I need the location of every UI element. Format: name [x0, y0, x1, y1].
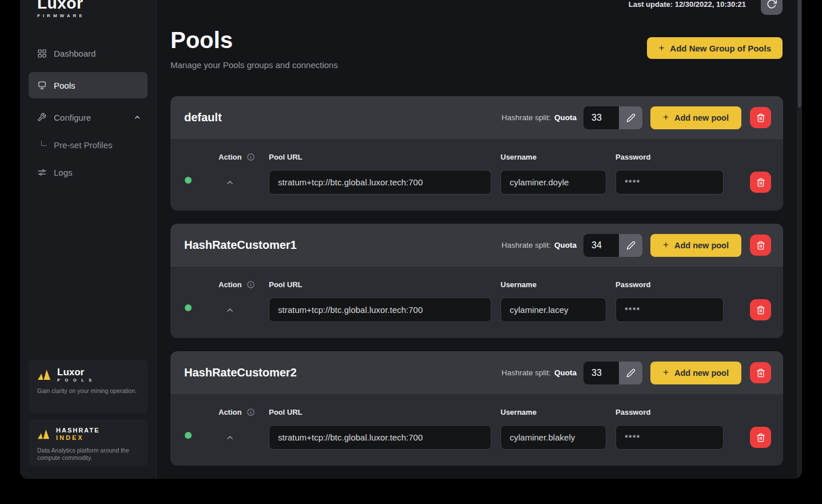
- hashrate-index-logo-icon: [37, 428, 51, 440]
- sidebar-item-label: Logs: [54, 168, 73, 177]
- grid-icon: [37, 49, 47, 58]
- column-header-password: Password: [615, 280, 650, 289]
- quota-input[interactable]: [583, 106, 619, 129]
- delete-group-button[interactable]: [750, 107, 771, 128]
- pool-url-input[interactable]: [269, 425, 491, 450]
- trash-icon: [756, 433, 765, 442]
- info-icon: [247, 408, 255, 416]
- sidebar: Luxor FIRMWARE Dashboard: [20, 0, 157, 479]
- trash-icon: [756, 368, 765, 378]
- promo-brand-name: HASHRATE: [56, 427, 100, 434]
- column-header-password: Password: [615, 153, 650, 161]
- hashrate-split-label: Hashrate split:: [502, 241, 551, 249]
- promo-brand-sub: P O O L S: [57, 378, 94, 382]
- sidebar-nav: Dashboard Pools Configure: [20, 45, 156, 191]
- info-icon: [247, 280, 255, 289]
- username-input[interactable]: [501, 425, 606, 450]
- quota-mode-label: Quota: [554, 368, 577, 377]
- edit-quota-button[interactable]: [619, 106, 642, 129]
- edit-quota-button[interactable]: [619, 234, 642, 257]
- delete-pool-button[interactable]: [750, 427, 771, 448]
- pool-icon: [37, 81, 47, 90]
- pool-group-title: HashRateCustomer2: [184, 366, 502, 379]
- pool-group-body: Action Pool URL Username Password: [170, 267, 783, 338]
- firmware-logo: Luxor FIRMWARE: [37, 0, 85, 18]
- quota-control: [583, 362, 642, 384]
- wrench-icon: [37, 113, 47, 122]
- pool-url-input[interactable]: [269, 297, 491, 322]
- password-input[interactable]: [615, 425, 724, 450]
- sidebar-item-logs[interactable]: Logs: [20, 164, 156, 181]
- collapse-chevron-icon[interactable]: [225, 433, 235, 442]
- scrollbar[interactable]: [797, 0, 802, 479]
- trash-icon: [756, 305, 765, 315]
- delete-group-button[interactable]: [750, 235, 771, 256]
- add-group-label: Add New Group of Pools: [670, 43, 771, 53]
- plus-icon: +: [663, 367, 669, 377]
- collapse-chevron-icon[interactable]: [225, 305, 235, 315]
- sliders-icon: [37, 168, 47, 177]
- add-group-button[interactable]: + Add New Group of Pools: [647, 37, 783, 59]
- groups-list: default Hashrate split: Quota + Add new …: [170, 96, 783, 466]
- refresh-button[interactable]: [761, 0, 783, 15]
- sidebar-item-dashboard[interactable]: Dashboard: [20, 45, 156, 62]
- password-input[interactable]: [615, 170, 724, 195]
- pencil-icon: [626, 113, 636, 122]
- luxor-pools-logo-icon: [37, 368, 52, 382]
- chevron-up-icon: [133, 113, 141, 121]
- pool-group-card: HashRateCustomer2 Hashrate split: Quota …: [170, 351, 783, 466]
- column-header-label: Action: [219, 408, 241, 416]
- column-header-label: Action: [219, 280, 241, 289]
- column-header-action: Action: [219, 408, 255, 416]
- pool-group-card: HashRateCustomer1 Hashrate split: Quota …: [170, 224, 783, 338]
- brand-subtitle: FIRMWARE: [37, 13, 85, 18]
- quota-input[interactable]: [583, 234, 619, 257]
- collapse-chevron-icon[interactable]: [225, 178, 235, 187]
- sidebar-item-label: Dashboard: [54, 49, 96, 58]
- quota-input[interactable]: [583, 362, 619, 384]
- pencil-icon: [626, 241, 636, 250]
- sidebar-item-configure[interactable]: Configure: [20, 109, 156, 126]
- pool-url-input[interactable]: [269, 170, 491, 195]
- sidebar-item-label: Pools: [54, 81, 76, 90]
- sidebar-item-preset-profiles[interactable]: Pre-set Profiles: [20, 137, 156, 152]
- app-window: Luxor FIRMWARE Dashboard: [20, 0, 802, 479]
- sidebar-item-pools[interactable]: Pools: [29, 72, 148, 98]
- pool-group-body: Action Pool URL Username Password: [170, 394, 783, 466]
- pool-status-indicator: [185, 432, 192, 439]
- pool-group-title: default: [184, 111, 502, 124]
- column-header-username: Username: [501, 408, 537, 416]
- add-pool-label: Add new pool: [674, 368, 729, 378]
- column-header-username: Username: [501, 153, 537, 161]
- scrollbar-thumb[interactable]: [798, 0, 801, 108]
- add-pool-button[interactable]: + Add new pool: [650, 234, 741, 257]
- column-header-pool-url: Pool URL: [269, 408, 303, 416]
- add-pool-button[interactable]: + Add new pool: [650, 106, 741, 129]
- add-pool-label: Add new pool: [674, 241, 729, 250]
- refresh-icon: [767, 0, 777, 9]
- delete-pool-button[interactable]: [750, 172, 771, 193]
- pencil-icon: [626, 368, 636, 378]
- column-header-username: Username: [501, 280, 537, 289]
- username-input[interactable]: [501, 297, 606, 322]
- add-pool-button[interactable]: + Add new pool: [650, 362, 741, 384]
- delete-pool-button[interactable]: [750, 299, 771, 320]
- brand-title: Luxor: [37, 0, 85, 11]
- luxor-pools-promo-card[interactable]: Luxor P O O L S Gain clarity on your min…: [29, 360, 148, 413]
- password-input[interactable]: [615, 297, 724, 322]
- add-pool-label: Add new pool: [674, 113, 729, 122]
- info-icon: [247, 153, 255, 161]
- pool-group-header: HashRateCustomer2 Hashrate split: Quota …: [170, 351, 783, 394]
- pool-group-header: HashRateCustomer1 Hashrate split: Quota …: [170, 224, 783, 267]
- edit-quota-button[interactable]: [619, 362, 642, 384]
- sidebar-item-label: Configure: [54, 113, 91, 122]
- username-input[interactable]: [501, 170, 606, 195]
- trash-icon: [756, 241, 765, 250]
- quota-mode-label: Quota: [554, 113, 577, 122]
- tree-connector-icon: [41, 141, 47, 146]
- plus-icon: +: [658, 43, 664, 53]
- hashrate-index-promo-card[interactable]: HASHRATE INDEX Data Analytics platform a…: [29, 419, 148, 466]
- column-header-action: Action: [219, 280, 255, 289]
- delete-group-button[interactable]: [750, 362, 771, 383]
- quota-control: [583, 106, 642, 129]
